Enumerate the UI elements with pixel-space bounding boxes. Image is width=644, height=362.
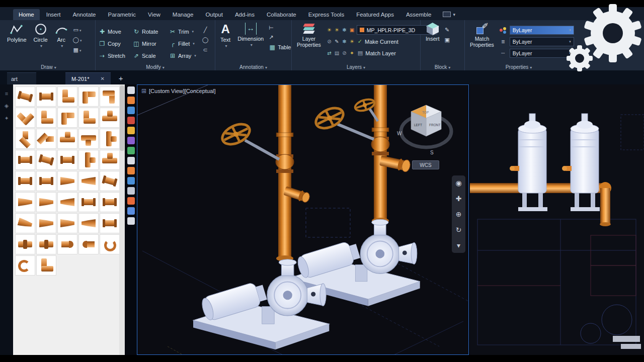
palette-strip-icon[interactable]: [127, 177, 135, 185]
drawing-tab-start[interactable]: art: [7, 72, 36, 84]
draw-mini-tool[interactable]: ▦▾: [73, 47, 82, 53]
palette-item[interactable]: [100, 234, 120, 254]
navbar-tool[interactable]: ▾: [457, 242, 460, 249]
palette-item[interactable]: [36, 129, 56, 149]
layer-toggle-icon[interactable]: ✦: [349, 50, 355, 56]
polyline-button[interactable]: Polyline: [5, 22, 29, 62]
ribbon-tab[interactable]: Manage: [167, 9, 199, 20]
modify-tool[interactable]: ⇢ Stretch: [99, 52, 133, 59]
navbar-tool[interactable]: ⊕: [456, 211, 462, 218]
ribbon-tab[interactable]: Collaborate: [261, 9, 302, 20]
linear-dimension-tool[interactable]: ⊢: [269, 25, 274, 31]
ribbon-tab[interactable]: Insert: [41, 9, 66, 20]
linetype-select[interactable]: ByLayer▾: [510, 49, 574, 58]
block-mini-tool[interactable]: ✎: [445, 27, 449, 33]
ribbon-tab[interactable]: Annotate: [67, 9, 101, 20]
modify-extra-tool[interactable]: ⊂: [203, 47, 208, 53]
palette-item[interactable]: [15, 255, 35, 276]
palette-item[interactable]: [36, 171, 56, 191]
drawing-tab-active[interactable]: M-201* ✕: [65, 72, 111, 84]
palette-item[interactable]: [15, 150, 35, 170]
palette-strip-icon[interactable]: [127, 207, 135, 215]
palette-strip-icon[interactable]: [127, 157, 135, 164]
wcs-button[interactable]: WCS: [412, 160, 439, 169]
palette-item[interactable]: [15, 192, 35, 212]
palette-strip-icon[interactable]: [127, 217, 135, 225]
gutter-icon[interactable]: ✦: [4, 115, 9, 122]
palette-item[interactable]: [36, 213, 56, 233]
compass-south-label[interactable]: S: [430, 150, 434, 155]
palette-item[interactable]: [36, 192, 56, 212]
palette-item[interactable]: [78, 86, 99, 107]
table-button[interactable]: ▦ Table: [269, 44, 291, 51]
palette-item[interactable]: [78, 213, 99, 233]
ribbon-tab[interactable]: View: [142, 9, 166, 20]
ribbon-tab[interactable]: Assemble: [400, 9, 437, 20]
ribbon-tab[interactable]: Featured Apps: [351, 9, 399, 20]
palette-item[interactable]: [78, 129, 99, 149]
palette-item[interactable]: [100, 86, 120, 107]
palette-item[interactable]: [57, 171, 77, 191]
modify-extra-tool[interactable]: ╱: [204, 27, 207, 33]
modify-tool[interactable]: ╭ Fillet ▾: [169, 40, 199, 47]
layer-toggle-icon[interactable]: ⇄: [326, 50, 333, 56]
dimension-button[interactable]: ↔ Dimension ▾: [235, 22, 266, 62]
palette-item[interactable]: [78, 108, 99, 128]
lineweight-select[interactable]: ByLayer▾: [510, 37, 574, 46]
palette-item[interactable]: [15, 86, 35, 107]
draw-mini-tool[interactable]: ◯▾: [73, 37, 82, 43]
layer-toggle-icon[interactable]: ❄: [341, 39, 348, 44]
palette-item[interactable]: [57, 150, 77, 170]
new-tab-button[interactable]: +: [119, 74, 123, 84]
navbar-tool[interactable]: ◉: [455, 179, 461, 187]
modify-tool[interactable]: ⇗ Scale: [133, 52, 169, 59]
palette-strip-icon[interactable]: [127, 197, 135, 205]
viewcube[interactable]: TOP FRONT LEFT W S: [397, 98, 455, 163]
palette-item[interactable]: [15, 171, 35, 191]
panel-annotation-label[interactable]: Annotation▾: [215, 64, 291, 70]
palette-item[interactable]: [15, 234, 35, 254]
ribbon-tab[interactable]: Express Tools: [303, 9, 350, 20]
palette-item[interactable]: [36, 86, 56, 107]
palette-scrollbar[interactable]: [119, 84, 125, 355]
modify-tool[interactable]: ⊞ Array ▾: [169, 52, 199, 59]
arc-button[interactable]: Arc ▾: [53, 22, 70, 62]
palette-strip-icon[interactable]: [127, 127, 135, 134]
layer-toggle-icon[interactable]: ▣: [349, 27, 355, 33]
draw-mini-tool[interactable]: ▭▾: [73, 27, 82, 33]
palette-item[interactable]: [57, 108, 77, 128]
palette-item[interactable]: [100, 171, 120, 191]
palette-strip-icon[interactable]: [127, 117, 135, 124]
palette-item[interactable]: [36, 150, 56, 170]
layer-toggle-icon[interactable]: ☀: [349, 39, 355, 44]
gutter-icon[interactable]: ◈: [5, 103, 9, 109]
panel-properties-label[interactable]: Properties▾: [465, 64, 573, 70]
layer-toggle-icon[interactable]: ☀: [326, 27, 333, 33]
main-viewport[interactable]: ⊞ [Custom View][Conceptual] TOP FRONT LE…: [137, 84, 469, 355]
panel-draw-label[interactable]: Draw▾: [2, 64, 95, 70]
object-color-select[interactable]: ByLayer▾: [510, 26, 574, 35]
navbar-tool[interactable]: ✚: [456, 195, 462, 202]
viewport-label[interactable]: ⊞ [Custom View][Conceptual]: [141, 87, 216, 95]
palette-item[interactable]: [100, 129, 120, 149]
modify-tool[interactable]: ✚ Move: [99, 28, 133, 35]
layer-toggle-icon[interactable]: ☀: [334, 27, 340, 33]
modify-tool[interactable]: ✂ Trim ▾: [169, 28, 199, 35]
text-button[interactable]: A Text ▾: [218, 22, 232, 62]
panel-modify-label[interactable]: Modify▾: [96, 64, 215, 70]
palette-strip-icon[interactable]: [127, 97, 135, 104]
circle-button[interactable]: Circle ▾: [32, 22, 50, 62]
compass-west-label[interactable]: W: [397, 131, 402, 136]
insert-block-button[interactable]: Insert: [424, 22, 442, 62]
close-tab-icon[interactable]: ✕: [100, 76, 104, 81]
palette-item[interactable]: [15, 129, 35, 149]
palette-strip-icon[interactable]: [127, 86, 135, 94]
modify-extra-tool[interactable]: ◯: [202, 37, 208, 43]
block-mini-tool[interactable]: ▣: [445, 37, 450, 43]
viewcube-left-label[interactable]: LEFT: [414, 123, 422, 127]
make-current-button[interactable]: ✓ Make Current: [357, 38, 398, 45]
palette-item[interactable]: [57, 86, 77, 107]
modify-tool[interactable]: ↻ Rotate: [133, 28, 169, 35]
ribbon-tab[interactable]: Home: [13, 9, 40, 20]
palette-item[interactable]: [78, 192, 99, 212]
